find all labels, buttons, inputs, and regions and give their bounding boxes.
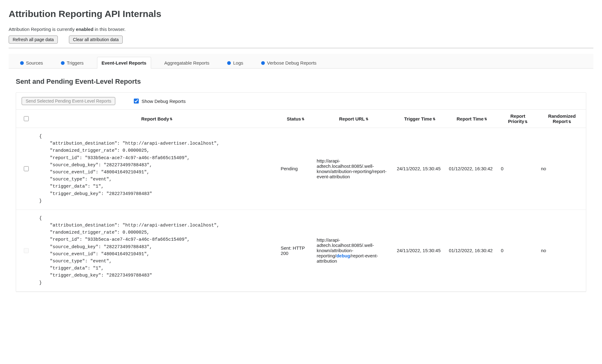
tab-label: Verbose Debug Reports: [267, 60, 316, 66]
cell-report-time: 01/12/2022, 16:30:42: [446, 128, 498, 210]
divider: [9, 48, 593, 48]
clear-button[interactable]: Clear all attribution data: [69, 36, 123, 44]
row-select-cell: [16, 128, 36, 210]
header-select-all: [16, 110, 36, 128]
refresh-button[interactable]: Refresh all page data: [9, 36, 58, 44]
row-select-checkbox[interactable]: [24, 166, 29, 171]
header-report-body[interactable]: Report Body⇅: [36, 110, 278, 128]
sort-icon: ⇅: [302, 117, 304, 121]
header-priority[interactable]: Report Priority⇅: [498, 110, 538, 128]
table-toolbar: Send Selected Pending Event-Level Report…: [16, 93, 586, 110]
sort-icon: ⇅: [433, 117, 435, 121]
tab-aggregatable-reports[interactable]: Aggregatable Reports: [160, 57, 214, 69]
cell-randomized: no: [538, 210, 586, 291]
show-debug-text: Show Debug Reports: [142, 99, 186, 104]
cell-trigger-time: 24/11/2022, 15:30:45: [394, 210, 446, 291]
tab-label: Triggers: [67, 60, 83, 66]
table-header-row: Report Body⇅ Status⇅ Report URL⇅ Trigger…: [16, 110, 586, 128]
cell-randomized: no: [538, 128, 586, 210]
tab-dot-icon: [227, 61, 231, 65]
table-row: { "attribution_destination": "http://ara…: [16, 128, 586, 210]
tab-label: Logs: [233, 60, 243, 66]
table-row: { "attribution_destination": "http://ara…: [16, 210, 586, 291]
status-prefix: Attribution Reporting is currently: [9, 27, 76, 32]
status-suffix: in this browser.: [93, 27, 125, 32]
header-url-text: Report URL: [339, 116, 365, 121]
header-report-url[interactable]: Report URL⇅: [314, 110, 394, 128]
header-status[interactable]: Status⇅: [278, 110, 314, 128]
header-trigger-text: Trigger Time: [404, 116, 432, 121]
header-status-text: Status: [287, 116, 301, 121]
cell-report-body: { "attribution_destination": "http://ara…: [36, 128, 278, 210]
cell-trigger-time: 24/11/2022, 15:30:45: [394, 128, 446, 210]
cell-report-url: http://arapi-adtech.localhost:8085/.well…: [314, 210, 394, 291]
status-value: enabled: [76, 27, 94, 32]
tab-verbose-debug-reports[interactable]: Verbose Debug Reports: [256, 57, 321, 69]
report-body-json: { "attribution_destination": "http://ara…: [39, 215, 274, 286]
tab-logs[interactable]: Logs: [223, 57, 248, 69]
page-title: Attribution Reporting API Internals: [9, 9, 593, 19]
header-report-text: Report Time: [457, 116, 484, 121]
cell-priority: 0: [498, 128, 538, 210]
row-select-checkbox: [24, 248, 29, 253]
tab-label: Sources: [26, 60, 43, 66]
sort-icon: ⇅: [484, 117, 487, 121]
send-selected-button[interactable]: Send Selected Pending Event-Level Report…: [22, 97, 115, 105]
header-randomized[interactable]: Randomized Report⇅: [538, 110, 586, 128]
show-debug-label[interactable]: Show Debug Reports: [133, 98, 186, 104]
status-line: Attribution Reporting is currently enabl…: [9, 27, 593, 32]
sort-icon: ⇅: [568, 120, 571, 124]
header-priority-text: Report Priority: [508, 113, 525, 124]
tab-triggers[interactable]: Triggers: [56, 57, 88, 69]
tab-event-level-reports[interactable]: Event-Level Reports: [97, 57, 151, 69]
panel-heading: Sent and Pending Event-Level Reports: [16, 78, 586, 86]
content-panel: SourcesTriggersEvent-Level ReportsAggreg…: [9, 54, 593, 302]
sort-icon: ⇅: [525, 120, 528, 124]
tab-dot-icon: [61, 61, 65, 65]
sort-icon: ⇅: [170, 117, 172, 121]
tab-sources[interactable]: Sources: [15, 57, 48, 69]
cell-status: Pending: [278, 128, 314, 210]
sort-icon: ⇅: [366, 117, 368, 121]
tab-dot-icon: [261, 61, 265, 65]
header-body-text: Report Body: [141, 116, 169, 121]
tab-label: Aggregatable Reports: [164, 60, 210, 66]
tab-panel: Sent and Pending Event-Level Reports Sen…: [9, 69, 593, 302]
tab-label: Event-Level Reports: [102, 60, 146, 66]
report-body-json: { "attribution_destination": "http://ara…: [39, 133, 274, 205]
reports-table: Report Body⇅ Status⇅ Report URL⇅ Trigger…: [16, 110, 586, 292]
reports-table-wrap: Send Selected Pending Event-Level Report…: [16, 92, 586, 292]
header-report-time[interactable]: Report Time⇅: [446, 110, 498, 128]
url-highlight: debug: [336, 253, 350, 258]
cell-report-url: http://arapi-adtech.localhost:8085/.well…: [314, 128, 394, 210]
tab-bar: SourcesTriggersEvent-Level ReportsAggreg…: [9, 54, 593, 69]
row-select-cell: [16, 210, 36, 291]
cell-priority: 0: [498, 210, 538, 291]
tab-dot-icon: [20, 61, 24, 65]
cell-status: Sent: HTTP 200: [278, 210, 314, 291]
header-randomized-text: Randomized Report: [548, 113, 576, 124]
select-all-checkbox[interactable]: [24, 116, 29, 121]
cell-report-body: { "attribution_destination": "http://ara…: [36, 210, 278, 291]
show-debug-checkbox[interactable]: [134, 99, 139, 104]
header-trigger-time[interactable]: Trigger Time⇅: [394, 110, 446, 128]
cell-report-time: 01/12/2022, 16:30:42: [446, 210, 498, 291]
